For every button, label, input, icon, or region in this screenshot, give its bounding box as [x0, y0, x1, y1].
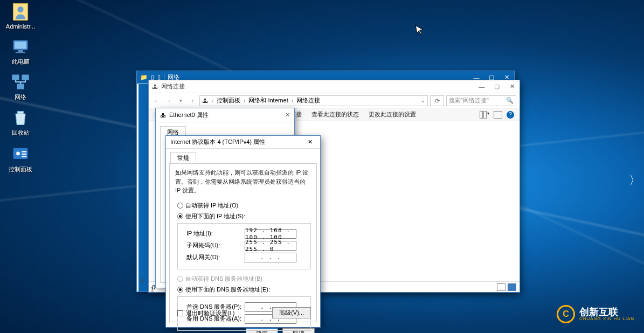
ip-address-label: IP 地址(I): [186, 230, 245, 238]
dialog-ipv4-properties: Internet 协议版本 4 (TCP/IPv4) 属性 ✕ 常规 如果网络支… [165, 135, 321, 328]
network-icon: 🖧 [202, 98, 208, 104]
desktop-icon-label: 回收站 [12, 129, 30, 136]
nav-up[interactable]: ↑ [188, 98, 197, 104]
svg-rect-13 [22, 154, 26, 155]
nav-recent[interactable]: ▾ [176, 98, 185, 103]
svg-rect-6 [12, 75, 19, 80]
view-details-icon[interactable] [497, 283, 505, 291]
nav-fwd[interactable]: → [164, 98, 174, 104]
view-large-icon[interactable] [508, 283, 516, 291]
desktop-icon-control-panel[interactable]: 控制面板 [1, 144, 40, 174]
subnet-mask-field[interactable]: 255 . 255 . 255 . 0 [245, 241, 296, 251]
refresh-button[interactable]: ⟳ [430, 95, 444, 106]
radio-use-ip[interactable]: 使用下面的 IP 地址(S): [177, 212, 311, 220]
titlebar[interactable]: Internet 协议版本 4 (TCP/IPv4) 属性 ✕ [166, 136, 320, 149]
radio-auto-ip[interactable]: 自动获得 IP 地址(O) [177, 202, 311, 210]
radio-use-dns[interactable]: 使用下面的 DNS 服务器地址(E): [177, 286, 311, 294]
desktop-icon-recycle[interactable]: 回收站 [1, 108, 40, 137]
watermark: C 创新互联 CHUANG XIN HU LIAN [557, 305, 634, 323]
close-button[interactable]: ✕ [285, 112, 290, 119]
svg-rect-9 [17, 112, 23, 114]
cmd-status[interactable]: 查看此连接的状态 [311, 110, 359, 119]
svg-rect-7 [22, 75, 29, 80]
desktop-icon-label: 此电脑 [12, 58, 30, 65]
network-icon: 🖧 [152, 84, 158, 90]
max-button[interactable]: ▢ [489, 80, 504, 93]
breadcrumb[interactable]: 🖧› 控制面板› 网络和 Internet› 网络连接 ⌄ [199, 95, 428, 106]
chevron-down-icon[interactable]: ⌄ [420, 97, 425, 104]
desktop-icon-label: 控制面板 [9, 166, 32, 172]
search-input[interactable]: 搜索"网络连接" 🔍 [446, 95, 516, 106]
checkbox-validate[interactable]: 退出时验证设置(L) [177, 309, 234, 317]
svg-rect-3 [15, 41, 27, 49]
desktop-icon-label: 网络 [15, 94, 26, 100]
next-arrow-icon[interactable]: 〉 [629, 172, 641, 189]
svg-rect-8 [17, 84, 24, 89]
folder-icon: 📁 [140, 74, 148, 81]
window-title: 网络连接 [161, 82, 185, 91]
breadcrumb-row: ← → ▾ ↑ 🖧› 控制面板› 网络和 Internet› 网络连接 ⌄ ⟳ … [149, 93, 520, 108]
close-button[interactable]: ✕ [304, 137, 316, 147]
svg-rect-4 [18, 50, 23, 52]
titlebar[interactable]: 🖧 网络连接 — ▢ ✕ [149, 80, 520, 93]
desktop-icon-network[interactable]: 网络 [1, 72, 40, 101]
svg-point-11 [16, 152, 20, 156]
view-preview-button[interactable] [494, 111, 502, 119]
description-text: 如果网络支持此功能，则可以获取自动指派的 IP 设置。否则，你需要从网络系统管理… [175, 168, 311, 195]
ip-address-field[interactable]: 192 . 168 . 100 . 100 [245, 229, 296, 239]
nav-back[interactable]: ← [152, 98, 162, 104]
desktop-icon-admin[interactable]: Administr... [1, 2, 40, 30]
advanced-button[interactable]: 高级(V)... [272, 307, 311, 318]
gateway-label: 默认网关(D): [186, 253, 245, 261]
dialog-title: Internet 协议版本 4 (TCP/IPv4) 属性 [170, 138, 265, 146]
desktop-icon-label: Administr... [6, 23, 35, 30]
view-layout-button[interactable]: ▾ [480, 111, 489, 119]
svg-point-1 [17, 6, 23, 12]
svg-rect-5 [16, 52, 25, 53]
svg-rect-14 [22, 156, 26, 157]
svg-rect-12 [22, 151, 26, 152]
network-icon: 🖧 [160, 112, 166, 119]
close-button[interactable]: ✕ [504, 80, 520, 93]
subnet-mask-label: 子网掩码(U): [186, 241, 245, 249]
radio-auto-dns: 自动获得 DNS 服务器地址(B) [177, 275, 311, 283]
gateway-field[interactable]: . . . [245, 253, 296, 262]
cmd-change[interactable]: 更改此连接的设置 [369, 110, 416, 119]
min-button[interactable]: — [474, 80, 489, 93]
window-title: Ethernet0 属性 [169, 111, 209, 119]
tab-general[interactable]: 常规 [170, 152, 196, 164]
help-button[interactable]: ? [507, 111, 514, 119]
search-icon: 🔍 [506, 97, 514, 104]
desktop-icon-this-pc[interactable]: 此电脑 [1, 37, 40, 66]
titlebar[interactable]: 🖧 Ethernet0 属性 ✕ [156, 108, 294, 122]
